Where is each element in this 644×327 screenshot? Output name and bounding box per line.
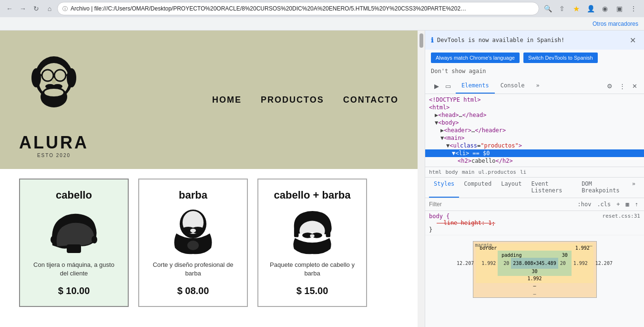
share-button[interactable]: ⇧	[555, 2, 569, 15]
copy-style[interactable]: ▦	[624, 200, 631, 209]
dom-head[interactable]: ▶ <head> … </head>	[425, 111, 644, 119]
tab-layout[interactable]: Layout	[496, 178, 526, 198]
menu-button[interactable]: ⋮	[627, 2, 640, 15]
refresh-button[interactable]: ↻	[31, 3, 42, 14]
notification-text: DevTools is now available in Spanish!	[437, 37, 564, 43]
tab-dom-breakpoints[interactable]: DOM Breakpoints	[577, 178, 627, 198]
product-title-barba: barba	[179, 189, 207, 201]
logo-sub: ESTO 2020	[19, 153, 89, 158]
class-filter[interactable]: .cls	[595, 200, 613, 209]
breadcrumb-main[interactable]: main	[462, 169, 475, 175]
product-desc-cabello: Con tijera o máquina, a gusto del client…	[30, 261, 118, 278]
close-notification-button[interactable]: ✕	[627, 34, 638, 46]
scrollbar[interactable]	[418, 31, 425, 327]
devtools-close-button[interactable]: ✕	[629, 80, 640, 92]
bookmarks-bar: Otros marcadores	[0, 17, 644, 31]
tab-computed[interactable]: Computed	[459, 178, 496, 198]
nav-productos[interactable]: PRODUCTOS	[261, 95, 324, 105]
dont-show-again[interactable]: Don't show again	[431, 67, 486, 75]
bm-border-bottom-val: 1.992	[480, 276, 590, 281]
dom-doctype[interactable]: <!DOCTYPE html>	[425, 96, 644, 104]
site-header: ALURA ESTO 2020 HOME PRODUCTOS CONTACTO	[0, 31, 418, 169]
tab-console[interactable]: Console	[495, 78, 531, 94]
styles-filter-input[interactable]	[429, 201, 573, 208]
device-toolbar-button[interactable]: ▭	[442, 80, 454, 92]
dom-header[interactable]: ▶ <header> … </header>	[425, 127, 644, 134]
svg-rect-25	[326, 224, 331, 237]
styles-panel: Styles Computed Layout Event Listeners D…	[425, 178, 644, 327]
dom-ul[interactable]: ▼ <ul class = "productos" >	[425, 142, 644, 149]
svg-point-23	[299, 221, 325, 241]
browser-chrome: ← → ↻ ⌂ ⓘ Archivo | file:///C:/Users/OMA…	[0, 0, 644, 31]
forward-button[interactable]: →	[17, 3, 29, 14]
devtools-more-button[interactable]: ⋮	[616, 80, 628, 92]
devtools-settings-button[interactable]: ⚙	[604, 80, 615, 92]
extensions-button[interactable]: ◉	[598, 2, 612, 15]
nav-contacto[interactable]: CONTACTO	[343, 95, 399, 105]
dom-li-selected[interactable]: ▼ <li> == $0	[425, 149, 644, 157]
dont-show-area: Don't show again	[425, 66, 644, 78]
bm-padding-bottom-val: 30	[501, 269, 567, 274]
toolbar-icons: 🔍 ⇧ ★ 👤 ◉ ▣ ⋮	[541, 2, 640, 15]
breadcrumb-li[interactable]: li	[520, 169, 526, 175]
bm-content-size: 238.008×345.489	[513, 261, 556, 266]
breadcrumb-body[interactable]: body	[446, 169, 459, 175]
address-bar[interactable]: ⓘ Archivo | file:///C:/Users/OMAR/Deskto…	[57, 2, 539, 15]
product-desc-barba: Corte y diseño profesional de barba	[149, 261, 237, 278]
product-icon-combo	[284, 207, 341, 255]
dom-body[interactable]: ▼ <body>	[425, 119, 644, 127]
breadcrumb-html[interactable]: html	[429, 169, 442, 175]
url-text: Archivo | file:///C:/Users/OMAR/Desktop/…	[71, 5, 466, 12]
svg-point-28	[310, 234, 315, 238]
svg-point-21	[190, 229, 196, 232]
dom-h2[interactable]: <h2> cabello </h2>	[425, 157, 644, 165]
bookmarks-label[interactable]: Otros marcadores	[593, 21, 638, 27]
back-button[interactable]: ←	[4, 3, 15, 14]
bm-margin-left-val: 12.207	[455, 261, 476, 266]
dom-main[interactable]: ▼ <main>	[425, 134, 644, 142]
refresh-style[interactable]: ⇡	[633, 200, 640, 209]
tab-styles[interactable]: Styles	[429, 178, 459, 198]
tab-more[interactable]: »	[530, 78, 545, 94]
svg-rect-24	[294, 224, 299, 237]
hover-filter[interactable]: :hov	[575, 200, 593, 209]
scroll-thumb[interactable]	[419, 33, 423, 48]
nav-home[interactable]: HOME	[212, 95, 242, 105]
bm-margin-row: 12.207 border 1.992 1.992	[479, 243, 591, 283]
css-source[interactable]: reset.css:31	[603, 213, 640, 219]
profile-button[interactable]: 👤	[584, 2, 597, 15]
dom-html[interactable]: <html>	[425, 104, 644, 111]
tab-styles-more[interactable]: »	[627, 178, 640, 198]
site-logo: ALURA ESTO 2020	[19, 42, 89, 158]
bm-margin-top: –	[589, 243, 593, 249]
devtools-tabs-bar: ▶ ▭ Elements Console » ⚙ ⋮ ✕	[425, 78, 644, 94]
home-button[interactable]: ⌂	[44, 3, 55, 14]
add-style[interactable]: +	[614, 200, 622, 209]
products-grid: cabello Con tijera o máquina, a gusto de	[19, 179, 399, 307]
bm-border-left-val: 1.992	[480, 261, 498, 266]
bm-padding-left-val: 20	[501, 261, 511, 266]
site-nav: HOME PRODUCTOS CONTACTO	[212, 95, 399, 105]
svg-point-8	[67, 68, 76, 87]
match-language-button[interactable]: Always match Chrome's language	[431, 53, 520, 63]
tab-event-listeners[interactable]: Event Listeners	[527, 178, 577, 198]
product-card-combo: cabello + barba	[257, 179, 367, 307]
info-icon: ℹ	[431, 36, 433, 44]
svg-point-12	[44, 89, 63, 96]
styles-filter-icons: :hov .cls + ▦ ⇡	[575, 200, 640, 209]
bm-padding: padding 30 20 238.008×345.489	[498, 251, 571, 276]
bookmark-button[interactable]: ★	[570, 2, 583, 15]
product-price-combo: $ 15.00	[296, 285, 328, 296]
website-content: ALURA ESTO 2020 HOME PRODUCTOS CONTACTO …	[0, 31, 418, 327]
svg-rect-16	[67, 244, 81, 253]
product-desc-combo: Paquete completo de cabello y barba	[268, 261, 357, 278]
css-rule-body: body { reset.css:31 line-height: 1; }	[425, 211, 644, 235]
breadcrumb-ul[interactable]: ul.productos	[479, 169, 516, 175]
devtools-button[interactable]: ▣	[613, 2, 626, 15]
search-button[interactable]: 🔍	[541, 2, 554, 15]
tab-elements[interactable]: Elements	[456, 78, 495, 94]
bm-border-top-val: 1.992	[575, 245, 590, 251]
switch-devtools-button[interactable]: Switch DevTools to Spanish	[523, 53, 598, 63]
inspect-element-button[interactable]: ▶	[431, 80, 442, 92]
main-area: ALURA ESTO 2020 HOME PRODUCTOS CONTACTO …	[0, 31, 644, 327]
